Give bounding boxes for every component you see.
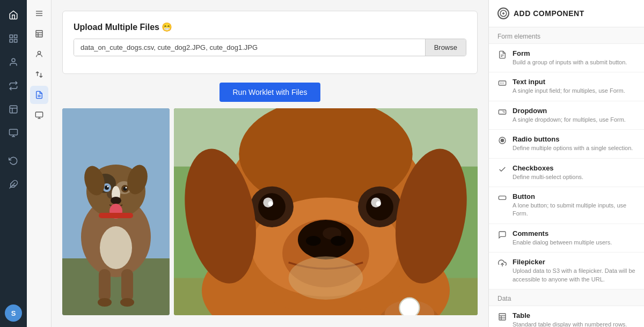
section-form-label: Form elements xyxy=(489,27,644,44)
component-text-input[interactable]: Text input A single input field; for mul… xyxy=(489,72,644,101)
right-panel: ADD COMPONENT Form elements Form Build a… xyxy=(488,0,644,327)
svg-rect-23 xyxy=(35,112,42,117)
radio-icon xyxy=(497,136,507,145)
comments-desc: Enable dialog between multiple users. xyxy=(513,239,635,247)
file-input[interactable] xyxy=(74,39,425,56)
table-name: Table xyxy=(513,311,635,319)
filepicker-icon xyxy=(497,258,507,268)
svg-rect-91 xyxy=(499,314,506,320)
browse-button[interactable]: Browse xyxy=(425,39,466,56)
filepicker-name: Filepicker xyxy=(513,258,635,266)
form-name: Form xyxy=(513,49,635,57)
arrows-toolbar-button[interactable] xyxy=(30,65,48,84)
component-filepicker[interactable]: Filepicker Upload data to S3 with a file… xyxy=(489,252,644,289)
avatar[interactable]: S xyxy=(5,304,22,322)
svg-point-29 xyxy=(100,226,132,269)
sidebar-icon-history[interactable] xyxy=(4,151,23,170)
component-form[interactable]: Form Build a group of inputs with a subm… xyxy=(489,44,644,72)
upload-title: Upload Multiple Files 😁 xyxy=(74,22,466,32)
svg-point-4 xyxy=(12,58,15,62)
code-toolbar-button[interactable] xyxy=(30,106,48,124)
svg-rect-8 xyxy=(10,129,18,135)
form-icon xyxy=(497,50,507,60)
svg-rect-5 xyxy=(10,106,17,113)
dog1-image xyxy=(62,108,170,315)
svg-point-61 xyxy=(331,236,346,246)
left-sidebar: S xyxy=(0,0,27,327)
right-panel-header: ADD COMPONENT xyxy=(489,0,644,27)
comments-icon xyxy=(497,230,507,240)
section-data-label: Data xyxy=(489,289,644,306)
dog2-image xyxy=(174,108,478,315)
run-worklet-button[interactable]: Run Worklet with Files xyxy=(219,83,320,102)
component-dropdown[interactable]: Dropdown A single dropdown; for multiple… xyxy=(489,101,644,130)
component-button[interactable]: Button A lone button; to submit multiple… xyxy=(489,187,644,224)
svg-rect-1 xyxy=(14,35,17,38)
text-input-desc: A single input field; for multiples, use… xyxy=(513,87,635,95)
sidebar-icon-user[interactable] xyxy=(4,53,23,72)
sidebar-icon-puzzle[interactable] xyxy=(4,175,23,194)
svg-point-49 xyxy=(120,298,134,307)
images-row xyxy=(62,108,478,315)
svg-point-88 xyxy=(501,139,503,142)
svg-rect-0 xyxy=(10,35,12,38)
file-input-row: Browse xyxy=(74,39,466,56)
sidebar-icon-exchange[interactable] xyxy=(4,76,23,95)
icon-toolbar xyxy=(27,0,52,327)
svg-point-39 xyxy=(107,186,109,188)
run-btn-container: Run Worklet with Files xyxy=(62,83,478,102)
panel-title: ADD COMPONENT xyxy=(514,9,584,18)
svg-point-60 xyxy=(306,236,321,246)
svg-point-40 xyxy=(126,187,127,189)
dropdown-desc: A single dropdown; for multiples, use Fo… xyxy=(513,116,635,124)
comments-name: Comments xyxy=(513,229,635,237)
component-radio[interactable]: Radio buttons Define multiple options wi… xyxy=(489,130,644,158)
text-input-icon xyxy=(497,78,507,88)
svg-point-41 xyxy=(111,197,121,204)
checkbox-icon xyxy=(497,165,507,174)
svg-rect-45 xyxy=(99,213,133,218)
text-input-name: Text input xyxy=(513,78,635,86)
sidebar-icon-home[interactable] xyxy=(4,5,23,25)
person-toolbar-button[interactable] xyxy=(30,45,48,63)
svg-point-65 xyxy=(366,193,393,220)
dropdown-name: Dropdown xyxy=(513,107,635,115)
main-content: Upload Multiple Files 😁 Browse Run Workl… xyxy=(52,0,488,327)
button-desc: A lone button; to submit multiple inputs… xyxy=(513,202,635,218)
radio-name: Radio buttons xyxy=(513,135,635,143)
sidebar-bottom: S xyxy=(5,304,22,322)
svg-line-86 xyxy=(504,112,504,112)
checkboxes-desc: Define multi-select options. xyxy=(513,173,635,181)
form-desc: Build a group of inputs with a submit bu… xyxy=(513,58,635,66)
svg-point-48 xyxy=(98,298,112,307)
svg-rect-16 xyxy=(36,31,42,37)
component-table[interactable]: Table Standard table display with number… xyxy=(489,306,644,327)
filepicker-desc: Upload data to S3 with a filepicker. Dat… xyxy=(513,267,635,284)
sidebar-icon-terminal[interactable] xyxy=(4,123,23,143)
table-toolbar-button[interactable] xyxy=(30,25,48,43)
component-checkboxes[interactable]: Checkboxes Define multi-select options. xyxy=(489,159,644,187)
component-comments[interactable]: Comments Enable dialog between multiple … xyxy=(489,224,644,252)
sidebar-icon-document[interactable] xyxy=(4,100,23,119)
svg-rect-47 xyxy=(121,269,133,301)
note-toolbar-button[interactable] xyxy=(30,86,48,104)
checkboxes-name: Checkboxes xyxy=(513,164,635,172)
radio-desc: Define multiple options with a single se… xyxy=(513,144,635,152)
svg-rect-46 xyxy=(99,269,111,301)
upload-card: Upload Multiple Files 😁 Browse xyxy=(62,11,478,74)
dropdown-icon xyxy=(497,107,507,117)
button-icon xyxy=(497,193,507,203)
svg-rect-84 xyxy=(499,110,506,114)
svg-rect-3 xyxy=(14,40,17,42)
table-icon xyxy=(497,312,507,322)
svg-point-64 xyxy=(258,193,286,220)
svg-point-20 xyxy=(38,51,40,54)
menu-button[interactable] xyxy=(30,4,48,23)
button-name: Button xyxy=(513,192,635,200)
svg-point-68 xyxy=(268,201,273,206)
svg-point-69 xyxy=(376,201,381,206)
svg-rect-89 xyxy=(499,196,506,200)
svg-point-72 xyxy=(289,256,363,300)
sidebar-icon-grid[interactable] xyxy=(4,29,23,48)
svg-rect-2 xyxy=(10,40,12,42)
